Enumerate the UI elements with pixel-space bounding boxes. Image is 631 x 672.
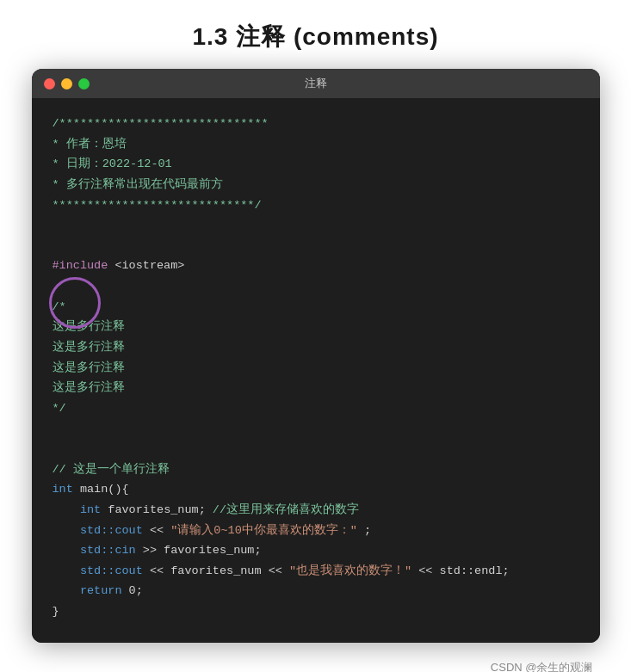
header-comment-3: * 日期：2022-12-01: [53, 154, 579, 175]
closing-brace: }: [53, 601, 579, 622]
blank-line-3: [53, 276, 579, 297]
window-titlebar: 注释: [32, 69, 600, 98]
body-line-1: int favorites_num; //这里用来存储喜欢的数字: [53, 500, 579, 521]
code-area: /****************************** * 作者：恩培 …: [32, 98, 600, 643]
traffic-light-yellow[interactable]: [61, 78, 72, 89]
header-comment-4: * 多行注释常出现在代码最前方: [53, 175, 579, 195]
main-func-line: int main(){: [53, 479, 579, 500]
traffic-light-red[interactable]: [44, 78, 55, 89]
traffic-lights: [44, 78, 90, 89]
blank-line-2: [53, 236, 579, 256]
page-title: 1.3 注释 (comments): [192, 21, 438, 53]
body-line-4: std::cout << favorites_num << "也是我喜欢的数字！…: [53, 561, 579, 582]
body-line-5: return 0;: [53, 581, 579, 601]
multiline-2: 这是多行注释: [53, 337, 579, 358]
blank-line-4: [53, 418, 579, 439]
header-comment-5: *****************************/: [53, 195, 579, 216]
header-comment-1: /******************************: [53, 114, 579, 134]
body-line-2: std::cout << "请输入0~10中你最喜欢的数字：" ;: [53, 521, 579, 541]
include-line: #include <iostream>: [53, 256, 579, 276]
blank-line-5: [53, 439, 579, 459]
code-window: 注释 /****************************** * 作者：…: [32, 69, 600, 643]
multiline-end: */: [53, 398, 579, 419]
single-comment: // 这是一个单行注释: [53, 459, 579, 480]
watermark: CSDN @余生的观澜: [32, 660, 600, 672]
blank-line-1: [53, 215, 579, 236]
body-line-3: std::cin >> favorites_num;: [53, 540, 579, 561]
multiline-1: 这是多行注释: [53, 317, 579, 337]
multiline-start: /*: [53, 297, 579, 318]
multiline-3: 这是多行注释: [53, 358, 579, 379]
traffic-light-green[interactable]: [78, 78, 90, 89]
window-title: 注释: [305, 76, 327, 91]
multiline-4: 这是多行注释: [53, 378, 579, 398]
header-comment-2: * 作者：恩培: [53, 134, 579, 155]
